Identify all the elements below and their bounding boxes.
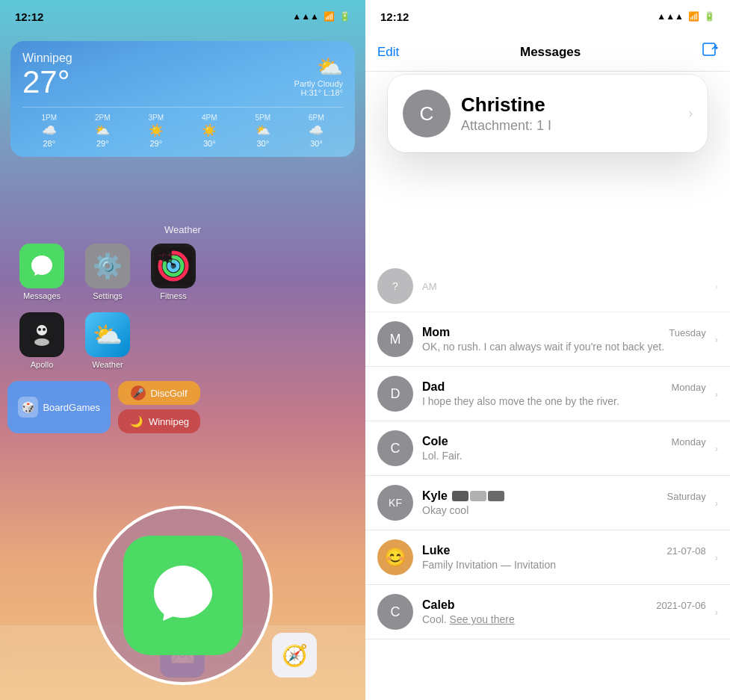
right-signal-icon: ▲▲▲ xyxy=(657,11,684,22)
caleb-chevron-icon: › xyxy=(715,607,718,618)
cole-content: Cole Monday Lol. Fair. xyxy=(422,435,706,462)
message-row-luke[interactable]: 😊 Luke 21-07-08 Family Invitation — Invi… xyxy=(365,530,730,585)
winnipeg-label: Winnipeg xyxy=(149,416,189,427)
svg-point-9 xyxy=(34,338,49,346)
weather-condition: Partly Cloudy xyxy=(294,79,343,88)
mom-name: Mom xyxy=(422,326,450,339)
message-row-caleb[interactable]: C Caleb 2021-07-06 Cool. See you there › xyxy=(365,585,730,639)
unknown-time: AM xyxy=(422,281,437,292)
christine-avatar: C xyxy=(403,90,451,137)
svg-point-11 xyxy=(43,328,46,331)
christine-preview: Attachment: 1 I xyxy=(461,118,678,134)
forecast-2pm: 2PM ⛅ 29° xyxy=(76,114,130,148)
left-status-icons: ▲▲▲ 📶 🔋 xyxy=(292,11,350,22)
winnipeg-icon: 🌙 xyxy=(129,414,144,429)
compose-button[interactable] xyxy=(702,42,718,62)
cole-avatar: C xyxy=(377,430,413,466)
caleb-date: 2021-07-06 xyxy=(656,600,706,611)
weather-cloud-sun-icon: ⛅ xyxy=(93,320,123,349)
safari-icon: 🧭 xyxy=(282,643,308,668)
svg-text:--/--MIN: --/--MIN xyxy=(158,258,176,263)
compose-icon xyxy=(702,42,718,58)
gear-settings-icon: ⚙️ xyxy=(93,252,123,280)
boardgames-icon: 🎲 xyxy=(18,397,38,418)
christine-info: Christine Attachment: 1 I xyxy=(461,93,678,134)
right-time: 12:12 xyxy=(380,10,409,23)
left-time: 12:12 xyxy=(15,10,43,23)
christine-chevron-icon: › xyxy=(689,107,693,120)
boardgames-folder[interactable]: 🎲 BoardGames xyxy=(7,381,111,433)
messages-bubble-icon xyxy=(28,253,55,279)
kyle-date: Saturday xyxy=(667,491,706,502)
right-status-icons: ▲▲▲ 📶 🔋 xyxy=(657,11,715,22)
edit-button[interactable]: Edit xyxy=(377,45,399,60)
left-status-bar: 12:12 ▲▲▲ 📶 🔋 xyxy=(0,0,365,33)
mom-preview: OK, no rush. I can always wait if you're… xyxy=(422,341,706,353)
christine-name: Christine xyxy=(461,93,678,117)
kyle-badge xyxy=(452,491,504,501)
mom-avatar: M xyxy=(377,321,413,357)
discgolf-folder[interactable]: 🎤 DiscGolf xyxy=(118,381,200,405)
luke-name: Luke xyxy=(422,544,450,557)
fitness-rings-icon: --/--CAL --/--MIN --/--HRS xyxy=(155,247,192,285)
messages-big-bubble-icon xyxy=(146,558,220,633)
caleb-avatar: C xyxy=(377,594,413,630)
kyle-chevron-icon: › xyxy=(715,498,718,509)
forecast-6pm: 6PM ☁️ 30° xyxy=(290,114,344,148)
svg-point-8 xyxy=(37,325,47,335)
message-row-cole[interactable]: C Cole Monday Lol. Fair. › xyxy=(365,421,730,476)
message-row-mom[interactable]: M Mom Tuesday OK, no rush. I can always … xyxy=(365,312,730,367)
app-row-2: Apollo ⛅ Weather xyxy=(15,312,134,369)
message-row-dad[interactable]: D Dad Monday I hope they also move the o… xyxy=(365,367,730,421)
messages-title: Messages xyxy=(520,45,581,60)
dad-preview: I hope they also move the one by the riv… xyxy=(422,395,706,407)
cole-preview: Lol. Fair. xyxy=(422,450,706,462)
dad-avatar: D xyxy=(377,376,413,412)
cole-date: Monday xyxy=(671,436,705,447)
weather-widget[interactable]: Winnipeg 27° ⛅ Partly Cloudy H:31° L:18°… xyxy=(10,41,355,157)
winnipeg-folder[interactable]: 🌙 Winnipeg xyxy=(118,409,200,433)
svg-text:--/--HRS: --/--HRS xyxy=(158,264,176,269)
caleb-name: Caleb xyxy=(422,598,455,612)
christine-popup[interactable]: C Christine Attachment: 1 I › xyxy=(388,75,708,152)
svg-text:--/--CAL: --/--CAL xyxy=(158,253,176,257)
messages-nav: Edit Messages xyxy=(365,33,730,72)
kyle-preview: Okay cool xyxy=(422,504,706,516)
luke-preview: Family Invitation — Invitation xyxy=(422,559,706,571)
app-row-1: Messages ⚙️ Settings --/--CAL xyxy=(15,244,200,300)
apollo-app-icon[interactable]: Apollo xyxy=(15,312,69,369)
weather-app-label: Weather xyxy=(92,360,123,369)
battery-icon: 🔋 xyxy=(339,11,350,22)
mom-date: Tuesday xyxy=(669,327,705,338)
fitness-app-icon[interactable]: --/--CAL --/--MIN --/--HRS Fitness xyxy=(146,244,200,300)
caleb-preview: Cool. See you there xyxy=(422,613,706,625)
weather-city: Winnipeg xyxy=(22,52,72,65)
safari-dock-icon[interactable]: 🧭 xyxy=(272,633,317,678)
settings-app-icon[interactable]: ⚙️ Settings xyxy=(81,244,134,300)
dad-date: Monday xyxy=(671,382,705,393)
kyle-name: Kyle xyxy=(422,489,448,503)
dad-content: Dad Monday I hope they also move the one… xyxy=(422,380,706,407)
message-row-kyle[interactable]: KF Kyle Saturday Okay cool › xyxy=(365,476,730,530)
weather-cloud-icon: ⛅ xyxy=(294,55,343,79)
messages-label: Messages xyxy=(23,291,61,300)
unknown-content: AM xyxy=(422,281,437,292)
mom-content: Mom Tuesday OK, no rush. I can always wa… xyxy=(422,326,706,353)
messages-app-icon[interactable]: Messages xyxy=(15,244,69,300)
kyle-content: Kyle Saturday Okay cool xyxy=(422,489,706,516)
signal-icon: ▲▲▲ xyxy=(292,11,319,22)
caleb-content: Caleb 2021-07-06 Cool. See you there xyxy=(422,598,706,625)
discgolf-label: DiscGolf xyxy=(150,388,187,399)
unknown-message-row[interactable]: ? AM › xyxy=(365,261,730,312)
discgolf-icon: 🎤 xyxy=(131,385,146,400)
dock-spacer xyxy=(49,633,93,678)
luke-content: Luke 21-07-08 Family Invitation — Invita… xyxy=(422,544,706,571)
weather-app-icon[interactable]: ⛅ Weather xyxy=(81,312,134,369)
unknown-chevron-icon: › xyxy=(715,281,718,292)
settings-label: Settings xyxy=(93,291,123,300)
forecast-4pm: 4PM ☀️ 30° xyxy=(183,114,237,148)
messages-zoom-circle[interactable] xyxy=(93,506,273,685)
fitness-label: Fitness xyxy=(160,291,186,300)
right-status-bar: 12:12 ▲▲▲ 📶 🔋 xyxy=(365,0,730,33)
svg-rect-12 xyxy=(703,43,715,55)
